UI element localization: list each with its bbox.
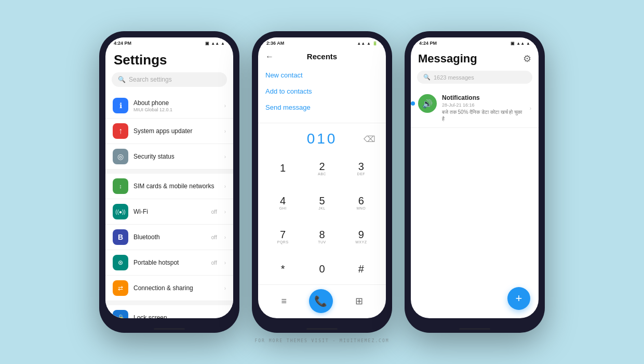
dialpad-key-8[interactable]: 8TUV [302, 220, 341, 254]
chevron-icon: › [224, 260, 226, 266]
wifi-icon: ((●)) [113, 204, 128, 219]
dialpad-key-0[interactable]: 0 [302, 254, 341, 284]
dialpad-key-star[interactable]: * [263, 254, 302, 284]
time-left: 4:24 PM [114, 41, 131, 46]
dialpad-key-3[interactable]: 3DEF [342, 151, 381, 186]
phone-center: 2:36 AM ▲▲ ▲ 🔋 ← Recents New contact Add… [252, 31, 392, 333]
delete-button[interactable]: ⌫ [364, 134, 375, 144]
settings-item-lockscreen[interactable]: 🔒 Lock screen › [105, 305, 233, 318]
home-bar-right [405, 324, 545, 333]
send-message-action[interactable]: Send message [265, 99, 379, 115]
back-button[interactable]: ← [265, 52, 274, 61]
phone-right: 4:24 PM ▣ ▲▲ ▲ Messaging ⚙ 🔍 1623 messag… [405, 31, 545, 333]
wifi-value: off [211, 209, 217, 215]
settings-item-bluetooth[interactable]: B Bluetooth off › [105, 225, 233, 250]
hotspot-text: Portable hotspot [133, 259, 206, 266]
dialpad-number: 010 [307, 131, 338, 147]
wifi-text: Wi-Fi [133, 208, 206, 215]
recents-screen: 2:36 AM ▲▲ ▲ 🔋 ← Recents New contact Add… [258, 37, 386, 318]
add-to-contacts-action[interactable]: Add to contacts [265, 83, 379, 99]
call-button[interactable]: 📞 [309, 289, 333, 313]
lockscreen-text: Lock screen [133, 314, 219, 318]
system-apps-label: System apps updater [133, 127, 219, 135]
settings-gear-icon[interactable]: ⚙ [523, 53, 531, 64]
system-apps-text: System apps updater [133, 127, 219, 135]
search-icon: 🔍 [118, 76, 126, 83]
bluetooth-icon: B [113, 229, 128, 245]
dialpad-display: 010 ⌫ [258, 123, 386, 151]
settings-item-hotspot[interactable]: ⊛ Portable hotspot off › [105, 250, 233, 276]
chevron-icon: › [224, 235, 226, 240]
settings-item-system-apps[interactable]: ↑ System apps updater › [105, 119, 233, 144]
messaging-search-placeholder: 1623 messages [434, 74, 474, 81]
grid-icon[interactable]: ⊞ [352, 292, 366, 310]
about-phone-text: About phone MIUI Global 12.0.1 [133, 99, 219, 112]
settings-item-sim[interactable]: ↕ SIM cards & mobile networks › [105, 174, 233, 199]
contacts-icon[interactable]: ≡ [278, 293, 290, 310]
settings-screen: 4:24 PM ▣ ▲▲ ▲ Settings 🔍 Search setting… [105, 37, 233, 318]
settings-search-bar[interactable]: 🔍 Search settings [112, 72, 227, 87]
sim-label: SIM cards & mobile networks [133, 183, 219, 190]
dialpad-key-5[interactable]: 5JKL [302, 186, 341, 220]
dialpad-bottom-bar: ≡ 📞 ⊞ [258, 284, 386, 318]
status-icons-right: ▣ ▲▲ ▲ [511, 41, 530, 46]
status-icons-center: ▲▲ ▲ 🔋 [357, 41, 378, 46]
avatar-icon: 🔊 [422, 99, 433, 109]
hotspot-label: Portable hotspot [133, 259, 206, 266]
wifi-label: Wi-Fi [133, 208, 206, 215]
scene: 4:24 PM ▣ ▲▲ ▲ Settings 🔍 Search setting… [0, 0, 644, 364]
dialpad-key-1[interactable]: 1 [263, 151, 302, 186]
system-apps-icon: ↑ [113, 123, 128, 139]
security-label: Security status [133, 153, 219, 160]
status-bar-center: 2:36 AM ▲▲ ▲ 🔋 [258, 37, 386, 47]
messaging-search-icon: 🔍 [423, 74, 431, 81]
time-center: 2:36 AM [266, 41, 284, 46]
messaging-title: Messaging [418, 52, 477, 66]
msg-chevron-icon: › [530, 106, 531, 111]
msg-preview: बजे तक 50% दैनिक डेटा कोटा खर्च हो चुका … [442, 109, 525, 122]
status-bar-left: 4:24 PM ▣ ▲▲ ▲ [105, 37, 233, 47]
msg-avatar: 🔊 [418, 94, 437, 113]
lockscreen-icon: 🔒 [113, 310, 128, 318]
settings-list: ℹ About phone MIUI Global 12.0.1 › ↑ Sys… [105, 93, 233, 318]
settings-item-wifi[interactable]: ((●)) Wi-Fi off › [105, 199, 233, 225]
settings-item-security[interactable]: ◎ Security status › [105, 144, 233, 170]
about-phone-icon: ℹ [113, 98, 128, 113]
about-phone-label: About phone [133, 99, 219, 107]
dialpad-key-4[interactable]: 4GHI [263, 186, 302, 220]
sim-text: SIM cards & mobile networks [133, 183, 219, 190]
lockscreen-label: Lock screen [133, 314, 219, 318]
bluetooth-label: Bluetooth [133, 233, 206, 241]
security-icon: ◎ [113, 149, 128, 164]
message-item-notifications[interactable]: 🔊 Notifications 28-Jul-21 16:16 बजे तक 5… [411, 89, 539, 128]
msg-name: Notifications [442, 94, 525, 101]
status-icons-left: ▣ ▲▲ ▲ [205, 41, 225, 46]
settings-item-connection[interactable]: ⇄ Connection & sharing › [105, 276, 233, 301]
bluetooth-value: off [211, 235, 217, 240]
settings-item-about-phone[interactable]: ℹ About phone MIUI Global 12.0.1 › [105, 93, 233, 119]
dialpad-key-2[interactable]: 2ABC [302, 151, 341, 186]
settings-divider-2 [105, 301, 233, 305]
dialpad-key-7[interactable]: 7PQRS [263, 220, 302, 254]
chevron-icon: › [224, 128, 226, 134]
messaging-search-bar[interactable]: 🔍 1623 messages [417, 71, 532, 84]
compose-fab-button[interactable]: + [507, 287, 530, 310]
about-phone-sub: MIUI Global 12.0.1 [133, 107, 219, 112]
connection-label: Connection & sharing [133, 284, 219, 292]
dialpad-key-9[interactable]: 9WXYZ [342, 220, 381, 254]
home-line-right [459, 328, 490, 330]
msg-date: 28-Jul-21 16:16 [442, 102, 525, 108]
chevron-icon: › [224, 184, 226, 189]
home-line-center [306, 328, 338, 330]
chevron-icon: › [224, 209, 226, 215]
sim-icon: ↕ [113, 178, 128, 194]
messaging-header: Messaging ⚙ [411, 47, 539, 69]
dialpad-key-hash[interactable]: # [342, 254, 381, 284]
chevron-icon: › [224, 315, 226, 319]
new-contact-action[interactable]: New contact [265, 67, 379, 83]
watermark-text: FOR MORE THEMES VISIT - MIUITHEMEZ.COM [254, 339, 389, 343]
recents-title: Recents [307, 52, 337, 61]
hotspot-value: off [211, 260, 217, 266]
chevron-icon: › [224, 154, 226, 160]
dialpad-key-6[interactable]: 6MNO [342, 186, 381, 220]
